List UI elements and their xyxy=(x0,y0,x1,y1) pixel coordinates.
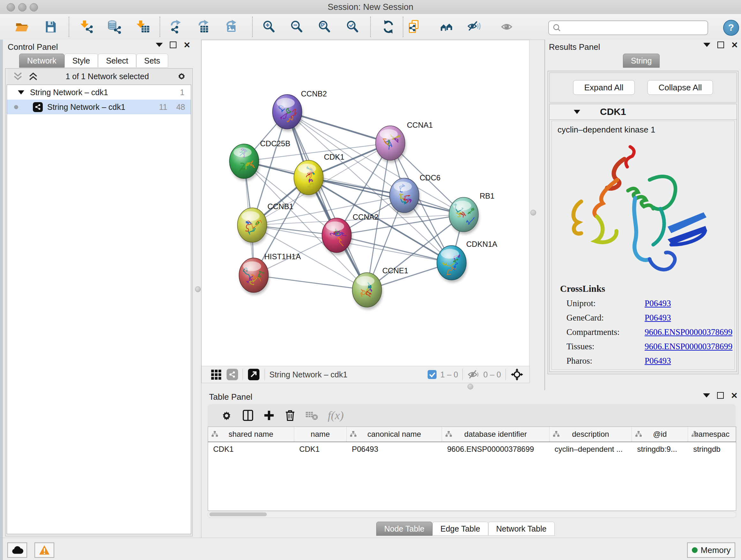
column-header-namespac[interactable]: namespac xyxy=(688,427,736,442)
selected-checkbox-icon[interactable] xyxy=(428,370,436,379)
zoom-fit-icon[interactable] xyxy=(318,20,332,34)
network-collection-row[interactable]: String Network – cdk1 1 xyxy=(7,85,191,100)
duplicate-network-icon[interactable] xyxy=(408,20,422,34)
panel-close-icon[interactable]: ✕ xyxy=(184,42,191,48)
network-node-CCNE1[interactable]: CCNE1 xyxy=(352,266,408,310)
panel-float-icon[interactable] xyxy=(170,42,177,48)
table-cell[interactable]: stringdb xyxy=(688,442,736,455)
panel-menu-icon[interactable] xyxy=(156,43,163,47)
show-all-icon[interactable] xyxy=(500,20,515,34)
collection-expander-icon[interactable] xyxy=(18,90,24,95)
crosslink-link[interactable]: P06493 xyxy=(645,356,671,366)
network-canvas[interactable]: CCNB2 CCNA1 CDC25B CDK1 CDC6 xyxy=(201,40,529,367)
expand-all-icon[interactable] xyxy=(28,71,39,81)
horizontal-splitter-handle[interactable] xyxy=(468,384,473,389)
table-cell[interactable]: stringdb:9... xyxy=(632,442,688,455)
search-input[interactable] xyxy=(563,22,708,34)
network-options-gear-icon[interactable] xyxy=(176,71,187,82)
zoom-in-icon[interactable] xyxy=(262,20,276,34)
node-table[interactable]: shared namenamecanonical namedatabase id… xyxy=(208,427,736,511)
network-row-selected[interactable]: String Network – cdk1 11 48 xyxy=(7,100,191,114)
warnings-button[interactable] xyxy=(35,543,54,558)
birds-eye-view-icon[interactable] xyxy=(210,368,222,381)
delete-column-icon[interactable] xyxy=(284,409,296,422)
import-table-icon[interactable] xyxy=(136,20,150,34)
tab-node-table[interactable]: Node Table xyxy=(376,522,432,536)
tab-string[interactable]: String xyxy=(623,54,660,68)
tab-sets[interactable]: Sets xyxy=(136,54,168,68)
tab-edge-table[interactable]: Edge Table xyxy=(432,522,488,536)
save-session-icon[interactable] xyxy=(44,20,57,34)
table-cell[interactable]: cyclin–dependent ... xyxy=(549,442,632,455)
panel-float-icon[interactable] xyxy=(718,42,724,48)
fit-selected-crosshair-icon[interactable] xyxy=(510,368,524,381)
import-network-icon[interactable] xyxy=(80,20,94,34)
crosslink-link[interactable]: P06493 xyxy=(645,299,671,308)
first-neighbors-icon[interactable] xyxy=(440,20,454,34)
column-header--id[interactable]: @id xyxy=(632,427,688,442)
table-horizontal-scrollbar[interactable] xyxy=(208,511,736,518)
table-cell[interactable]: P06493 xyxy=(347,442,442,455)
panel-close-icon[interactable]: ✕ xyxy=(731,392,738,399)
column-header-name[interactable]: name xyxy=(294,427,347,442)
export-image-icon[interactable] xyxy=(225,20,239,34)
tab-network[interactable]: Network xyxy=(19,54,64,68)
maximize-window-icon[interactable] xyxy=(30,3,38,11)
collapse-all-button[interactable]: Collapse All xyxy=(648,80,713,95)
minimize-window-icon[interactable] xyxy=(18,3,26,11)
crosslink-link[interactable]: 9606.ENSP00000378699 xyxy=(645,327,732,337)
panel-close-icon[interactable]: ✕ xyxy=(731,42,738,48)
scrollbar-thumb[interactable] xyxy=(209,512,267,516)
open-in-window-icon[interactable] xyxy=(247,368,260,381)
panel-menu-icon[interactable] xyxy=(703,393,710,397)
hide-selected-icon[interactable] xyxy=(468,20,482,34)
network-node-CCNB2[interactable]: CCNB2 xyxy=(273,89,327,132)
crosslink-link[interactable]: 9606.ENSP00000378699 xyxy=(645,341,732,352)
column-header-canonical-name[interactable]: canonical name xyxy=(347,427,442,442)
crosslink-link[interactable]: P06493 xyxy=(645,313,671,323)
export-table-icon[interactable] xyxy=(197,20,211,34)
network-node-CDKN1A[interactable]: CDKN1A xyxy=(437,240,497,283)
refresh-icon[interactable] xyxy=(381,20,395,34)
status-bar: Memory xyxy=(0,538,741,560)
toolbar-separator xyxy=(159,17,160,37)
network-node-CDC25B[interactable]: CDC25B xyxy=(229,139,290,181)
add-column-icon[interactable] xyxy=(263,410,275,421)
close-window-icon[interactable] xyxy=(7,3,15,11)
memory-button[interactable]: Memory xyxy=(687,543,735,558)
network-node-RB1[interactable]: RB1 xyxy=(449,192,495,234)
network-node-HIST1H1A[interactable]: HIST1H1A xyxy=(239,252,301,295)
table-options-gear-icon[interactable] xyxy=(220,409,232,422)
table-cell[interactable]: CDK1 xyxy=(294,442,347,455)
panel-float-icon[interactable] xyxy=(717,392,724,399)
zoom-out-icon[interactable] xyxy=(290,20,304,34)
open-session-icon[interactable] xyxy=(15,20,29,34)
import-network-from-database-icon[interactable] xyxy=(107,20,121,34)
export-network-icon[interactable] xyxy=(170,20,184,34)
expand-all-button[interactable]: Expand All xyxy=(573,80,635,95)
help-button[interactable]: ? xyxy=(723,20,739,36)
network-node-CDC6[interactable]: CDC6 xyxy=(390,173,441,215)
network-edge[interactable] xyxy=(254,275,367,290)
cloud-button[interactable] xyxy=(7,543,27,558)
network-edge[interactable] xyxy=(287,112,367,290)
panel-menu-icon[interactable] xyxy=(703,43,711,47)
tab-network-table[interactable]: Network Table xyxy=(488,522,555,536)
tab-select[interactable]: Select xyxy=(98,54,136,68)
right-splitter-handle[interactable] xyxy=(530,210,536,215)
network-edge[interactable] xyxy=(309,178,464,214)
collapse-all-icon[interactable] xyxy=(12,71,23,81)
column-header-description[interactable]: description xyxy=(549,427,632,442)
table-cell[interactable]: CDK1 xyxy=(208,442,294,455)
column-header-shared-name[interactable]: shared name xyxy=(208,427,294,442)
zoom-selected-icon[interactable] xyxy=(346,20,360,34)
protein-section-header[interactable]: CDK1 xyxy=(549,104,737,120)
column-header-database-identifier[interactable]: database identifier xyxy=(442,427,549,442)
left-splitter-handle[interactable] xyxy=(195,287,201,292)
network-edge[interactable] xyxy=(337,235,452,263)
table-cell[interactable]: 9606.ENSP00000378699 xyxy=(442,442,549,455)
table-row[interactable]: CDK1CDK1P064939606.ENSP00000378699cyclin… xyxy=(208,442,736,455)
tab-style[interactable]: Style xyxy=(64,54,98,68)
section-expander-icon[interactable] xyxy=(574,110,580,114)
show-columns-icon[interactable] xyxy=(242,409,254,422)
